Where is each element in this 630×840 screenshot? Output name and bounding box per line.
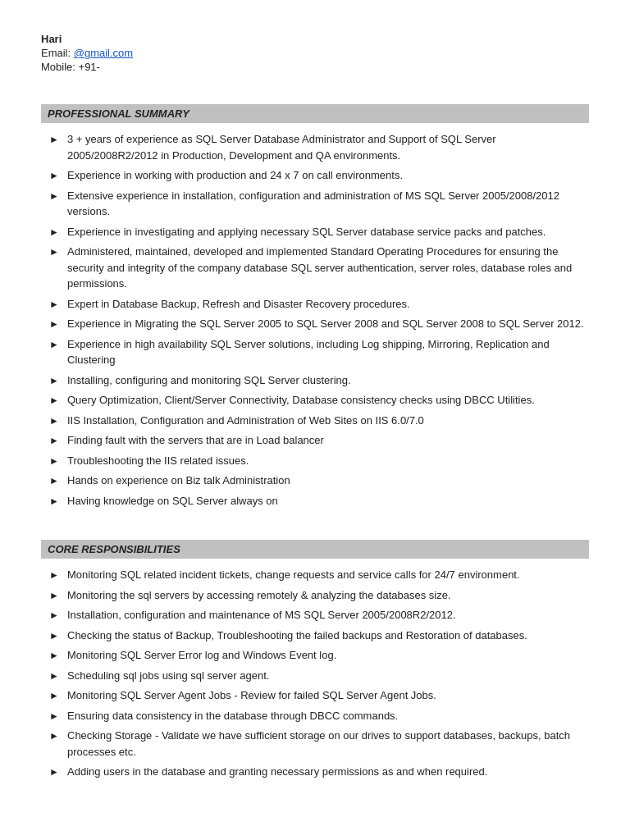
bullet-text: Installing, configuring and monitoring S… [67, 372, 589, 389]
list-item: ►Experience in Migrating the SQL Server … [49, 316, 589, 332]
bullet-arrow: ► [49, 393, 64, 408]
list-item: ►Ensuring data consistency in the databa… [49, 708, 589, 724]
bullet-arrow: ► [49, 648, 64, 663]
header-email: Email: @gmail.com [41, 47, 589, 59]
professional-summary-header: PROFESSIONAL SUMMARY [41, 104, 589, 123]
bullet-arrow: ► [49, 189, 64, 203]
bullet-text: Experience in working with production an… [67, 167, 589, 184]
bullet-text: Administered, maintained, developed and … [67, 244, 589, 292]
bullet-arrow: ► [49, 688, 64, 703]
bullet-arrow: ► [49, 433, 64, 448]
bullet-arrow: ► [49, 225, 64, 240]
bullet-arrow: ► [49, 244, 64, 259]
bullet-arrow: ► [49, 373, 64, 388]
bullet-text: Query Optimization, Client/Server Connec… [67, 392, 589, 409]
list-item: ►Troubleshooting the IIS related issues. [49, 453, 589, 469]
bullet-text: Hands on experience on Biz talk Administ… [67, 472, 589, 489]
bullet-text: Experience in high availability SQL Serv… [67, 336, 589, 368]
list-item: ►Monitoring the sql servers by accessing… [49, 587, 589, 604]
list-item: ►Query Optimization, Client/Server Conne… [49, 392, 589, 409]
list-item: ►Installing, configuring and monitoring … [49, 372, 589, 389]
bullet-text: Expert in Database Backup, Refresh and D… [67, 296, 589, 313]
mobile-label: Mobile: [41, 61, 75, 73]
header-name: Hari [41, 33, 589, 45]
bullet-arrow: ► [49, 413, 64, 428]
list-item: ►Having knowledge on SQL Server always o… [49, 493, 589, 509]
list-item: ►Checking the status of Backup, Troubles… [49, 628, 589, 644]
bullet-arrow: ► [49, 132, 64, 147]
bullet-arrow: ► [49, 669, 64, 683]
list-item: ►IIS Installation, Configuration and Adm… [49, 413, 589, 429]
core-responsibilities-header: CORE RESPONSIBILITIES [41, 540, 589, 559]
bullet-text: Adding users in the database and grantin… [67, 764, 589, 780]
list-item: ►Scheduling sql jobs using sql server ag… [49, 668, 589, 684]
list-item: ►Adding users in the database and granti… [49, 764, 589, 780]
list-item: ►Administered, maintained, developed and… [49, 244, 589, 292]
header-mobile: Mobile: +91- [41, 61, 589, 73]
bullet-text: Finding fault with the servers that are … [67, 432, 589, 449]
email-link[interactable]: @gmail.com [74, 47, 133, 59]
list-item: ►Experience in investigating and applyin… [49, 224, 589, 240]
list-item: ►3 + years of experience as SQL Server D… [49, 131, 589, 163]
resume-page: Hari Email: @gmail.com Mobile: +91- PROF… [0, 0, 630, 840]
bullet-arrow: ► [49, 765, 64, 779]
email-label: Email: [41, 47, 71, 59]
bullet-arrow: ► [49, 337, 64, 352]
list-item: ►Checking Storage - Validate we have suf… [49, 728, 589, 760]
list-item: ►Monitoring SQL Server Agent Jobs - Revi… [49, 687, 589, 704]
bullet-text: 3 + years of experience as SQL Server Da… [67, 131, 589, 163]
bullet-arrow: ► [49, 454, 64, 468]
list-item: ►Extensive experience in installation, c… [49, 188, 589, 220]
bullet-text: Scheduling sql jobs using sql server age… [67, 668, 589, 684]
bullet-arrow: ► [49, 568, 64, 582]
bullet-arrow: ► [49, 628, 64, 643]
bullet-text: Monitoring SQL Server Agent Jobs - Revie… [67, 687, 589, 704]
bullet-arrow: ► [49, 297, 64, 312]
list-item: ►Experience in working with production a… [49, 167, 589, 184]
bullet-arrow: ► [49, 473, 64, 488]
list-item: ►Monitoring SQL related incident tickets… [49, 567, 589, 583]
list-item: ►Finding fault with the servers that are… [49, 432, 589, 449]
mobile-value: +91- [79, 61, 100, 73]
bullet-arrow: ► [49, 728, 64, 743]
bullet-arrow: ► [49, 709, 64, 724]
bullet-arrow: ► [49, 588, 64, 603]
bullet-arrow: ► [49, 608, 64, 623]
bullet-text: Ensuring data consistency in the databas… [67, 708, 589, 724]
list-item: ►Installation, configuration and mainten… [49, 607, 589, 623]
bullet-arrow: ► [49, 168, 64, 183]
professional-summary-list: ►3 + years of experience as SQL Server D… [41, 131, 589, 509]
list-item: ►Experience in high availability SQL Ser… [49, 336, 589, 368]
bullet-text: Checking Storage - Validate we have suff… [67, 728, 589, 760]
bullet-text: Extensive experience in installation, co… [67, 188, 589, 220]
bullet-text: Experience in Migrating the SQL Server 2… [67, 316, 589, 332]
list-item: ►Hands on experience on Biz talk Adminis… [49, 472, 589, 489]
bullet-text: Monitoring the sql servers by accessing … [67, 587, 589, 604]
bullet-text: Troubleshooting the IIS related issues. [67, 453, 589, 469]
bullet-text: Installation, configuration and maintena… [67, 607, 589, 623]
bullet-text: Checking the status of Backup, Troublesh… [67, 628, 589, 644]
bullet-text: IIS Installation, Configuration and Admi… [67, 413, 589, 429]
bullet-arrow: ► [49, 317, 64, 331]
bullet-text: Monitoring SQL related incident tickets,… [67, 567, 589, 583]
bullet-text: Having knowledge on SQL Server always on [67, 493, 589, 509]
core-responsibilities-list: ►Monitoring SQL related incident tickets… [41, 567, 589, 780]
bullet-arrow: ► [49, 494, 64, 509]
list-item: ►Monitoring SQL Server Error log and Win… [49, 647, 589, 664]
bullet-text: Experience in investigating and applying… [67, 224, 589, 240]
bullet-text: Monitoring SQL Server Error log and Wind… [67, 647, 589, 664]
list-item: ►Expert in Database Backup, Refresh and … [49, 296, 589, 313]
